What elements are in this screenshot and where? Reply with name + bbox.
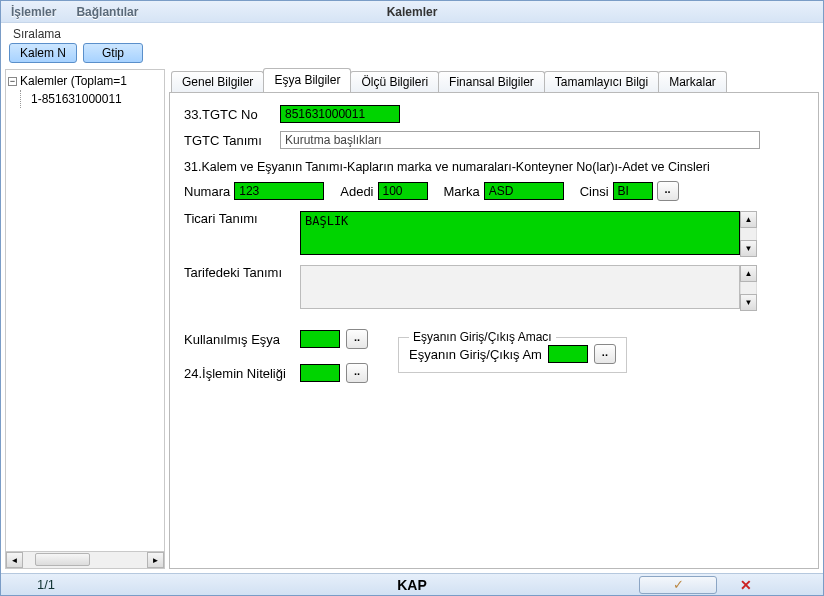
tarifedeki-textarea[interactable] xyxy=(300,265,740,309)
tgtc-tanim-field[interactable] xyxy=(280,131,760,149)
tgtc-tanim-label: TGTC Tanımı xyxy=(184,133,274,148)
islem-nitelik-field[interactable] xyxy=(300,364,340,382)
tabs-pane: Genel Bilgiler Eşya Bilgiler Ölçü Bilgil… xyxy=(169,69,819,569)
scroll-track[interactable] xyxy=(23,552,147,568)
islem-nitelik-label: 24.İşlemin Niteliği xyxy=(184,366,294,381)
giris-amac-label: Eşyanın Giriş/Çıkış Am xyxy=(409,347,542,362)
tree-pane: − Kalemler (Toplam=1 1-851631000011 ◄ ► xyxy=(5,69,165,569)
tab-finansal[interactable]: Finansal Bilgiler xyxy=(438,71,545,92)
islem-nitelik-lookup-button[interactable]: .. xyxy=(346,363,368,383)
cinsi-lookup-button[interactable]: .. xyxy=(657,181,679,201)
body: − Kalemler (Toplam=1 1-851631000011 ◄ ► … xyxy=(1,69,823,573)
titlebar: İşlemler Bağlantılar Kalemler xyxy=(1,1,823,23)
scroll-down-icon[interactable]: ▼ xyxy=(740,294,757,311)
scroll-up-icon[interactable]: ▲ xyxy=(740,265,757,282)
tab-genel[interactable]: Genel Bilgiler xyxy=(171,71,264,92)
statusbar: 1/1 KAP ✓ ✕ xyxy=(1,573,823,595)
collapse-icon[interactable]: − xyxy=(8,77,17,86)
tabs: Genel Bilgiler Eşya Bilgiler Ölçü Bilgil… xyxy=(169,69,819,93)
ok-button[interactable]: ✓ xyxy=(639,576,717,594)
tarifedeki-scrollbar[interactable]: ▲ ▼ xyxy=(740,265,757,311)
numara-field[interactable] xyxy=(234,182,324,200)
giris-amac-legend: Eşyanın Giriş/Çıkış Amacı xyxy=(409,330,556,344)
scroll-left-icon[interactable]: ◄ xyxy=(6,552,23,568)
check-icon: ✓ xyxy=(673,577,684,592)
scroll-down-icon[interactable]: ▼ xyxy=(740,240,757,257)
scroll-thumb[interactable] xyxy=(35,553,90,566)
menu-islemler[interactable]: İşlemler xyxy=(1,1,66,23)
kullanilmis-field[interactable] xyxy=(300,330,340,348)
sort-bar: Sıralama Kalem N Gtip xyxy=(1,23,823,69)
marka-field[interactable] xyxy=(484,182,564,200)
adedi-field[interactable] xyxy=(378,182,428,200)
numara-label: Numara xyxy=(184,184,230,199)
tree-list: − Kalemler (Toplam=1 1-851631000011 xyxy=(6,70,164,551)
tree-scrollbar[interactable]: ◄ ► xyxy=(6,551,164,568)
sort-gtip-button[interactable]: Gtip xyxy=(83,43,143,63)
ticari-label: Ticari Tanımı xyxy=(184,211,294,226)
tgtc-no-field[interactable] xyxy=(280,105,400,123)
tab-esya[interactable]: Eşya Bilgiler xyxy=(263,68,351,92)
section31-label: 31.Kalem ve Eşyanın Tanımı-Kapların mark… xyxy=(184,159,804,175)
tree-item[interactable]: 1-851631000011 xyxy=(20,90,164,108)
tgtc-no-label: 33.TGTC No xyxy=(184,107,274,122)
tab-tamamlayici[interactable]: Tamamlayıcı Bilgi xyxy=(544,71,659,92)
ticari-scrollbar[interactable]: ▲ ▼ xyxy=(740,211,757,257)
giris-amac-field[interactable] xyxy=(548,345,588,363)
delete-icon: ✕ xyxy=(740,577,752,593)
sort-label: Sıralama xyxy=(13,27,815,41)
tab-olcu[interactable]: Ölçü Bilgileri xyxy=(350,71,439,92)
kullanilmis-lookup-button[interactable]: .. xyxy=(346,329,368,349)
marka-label: Marka xyxy=(444,184,480,199)
adedi-label: Adedi xyxy=(340,184,373,199)
cinsi-field[interactable] xyxy=(613,182,653,200)
menu-baglantilar[interactable]: Bağlantılar xyxy=(66,1,148,23)
kullanilmis-label: Kullanılmış Eşya xyxy=(184,332,294,347)
delete-button[interactable]: ✕ xyxy=(737,576,755,594)
tree-root-label: Kalemler (Toplam=1 xyxy=(20,74,127,88)
tarifedeki-label: Tarifedeki Tanımı xyxy=(184,265,294,280)
giris-amac-lookup-button[interactable]: .. xyxy=(594,344,616,364)
tab-markalar[interactable]: Markalar xyxy=(658,71,727,92)
record-counter: 1/1 xyxy=(37,577,55,592)
ticari-textarea[interactable] xyxy=(300,211,740,255)
tab-panel-esya: 33.TGTC No TGTC Tanımı 31.Kalem ve Eşyan… xyxy=(169,93,819,569)
scroll-up-icon[interactable]: ▲ xyxy=(740,211,757,228)
giris-amac-fieldset: Eşyanın Giriş/Çıkış Amacı Eşyanın Giriş/… xyxy=(398,337,627,373)
scroll-right-icon[interactable]: ► xyxy=(147,552,164,568)
cinsi-label: Cinsi xyxy=(580,184,609,199)
window: İşlemler Bağlantılar Kalemler Sıralama K… xyxy=(0,0,824,596)
sort-kalem-button[interactable]: Kalem N xyxy=(9,43,77,63)
tree-root[interactable]: − Kalemler (Toplam=1 xyxy=(6,72,164,90)
